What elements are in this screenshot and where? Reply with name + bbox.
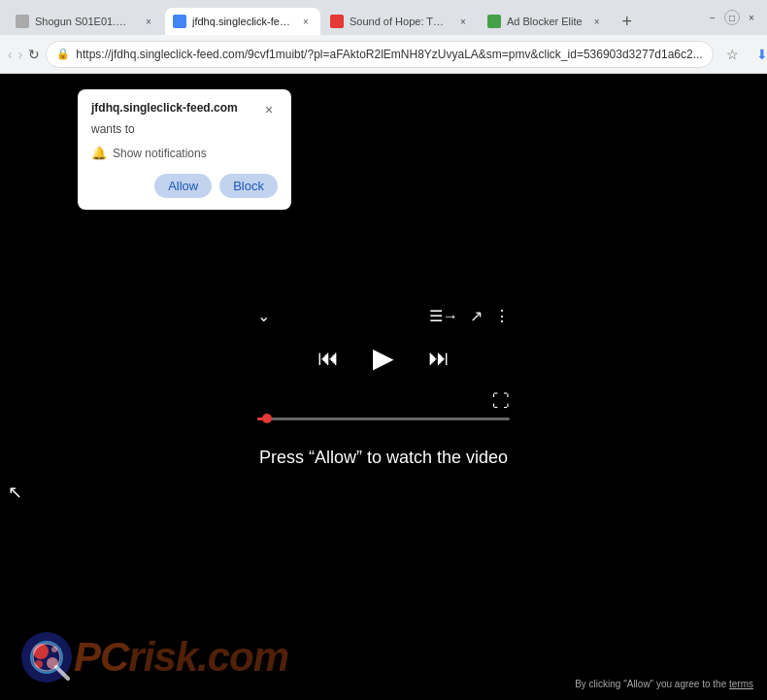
popup-permission-text: Show notifications: [113, 147, 207, 160]
popup-wants-label: wants to: [91, 122, 278, 136]
extensions-icon[interactable]: ⬇: [749, 41, 767, 68]
popup-close-button[interactable]: ×: [260, 101, 278, 118]
disclaimer-text: By clicking "Allow" you agree to the ter…: [569, 676, 759, 692]
playback-controls: ⏮ ▶ ⏭: [317, 337, 450, 380]
previous-button[interactable]: ⏮: [317, 346, 339, 371]
tab-favicon-ad-blocker: [487, 15, 501, 28]
minimize-button[interactable]: −: [705, 10, 720, 25]
video-message: Press “Allow” to watch the video: [259, 448, 508, 468]
popup-site-name: jfdhq.singleclick-feed.com: [91, 101, 238, 115]
toolbar: ‹ › ↻ 🔒 https://jfdhq.singleclick-feed.c…: [0, 35, 767, 74]
popup-permission-row: 🔔 Show notifications: [91, 146, 278, 160]
progress-bar[interactable]: [257, 417, 510, 420]
allow-button[interactable]: Allow: [154, 174, 212, 198]
address-bar[interactable]: 🔒 https://jfdhq.singleclick-feed.com/9cv…: [46, 41, 713, 68]
disclaimer-terms-link[interactable]: terms: [729, 679, 753, 689]
queue-icon[interactable]: ☰→: [429, 307, 458, 325]
video-controls: ⌄ ☰→ ↗ ⋮ ⏮ ▶ ⏭ ⛶: [248, 307, 519, 420]
tab-favicon-shogun: [16, 15, 29, 28]
bookmark-icon[interactable]: ☆: [719, 41, 747, 68]
fullscreen-row: ⛶: [257, 391, 510, 412]
next-button[interactable]: ⏭: [428, 346, 450, 371]
popup-buttons: Allow Block: [91, 174, 278, 198]
tab-label-jfdhq: jfdhq.singleclick-feed.com: [192, 16, 291, 27]
tab-ad-blocker[interactable]: Ad Blocker Elite ×: [480, 8, 612, 35]
refresh-button[interactable]: ↻: [28, 41, 40, 68]
new-tab-button[interactable]: +: [614, 8, 641, 35]
toolbar-icons: ☆ ⬇ 👤 ⋮: [719, 41, 767, 68]
pcrisk-text-label: PCrisk.com: [74, 634, 288, 681]
window-controls: − □ ×: [705, 10, 759, 25]
right-controls: ☰→ ↗ ⋮: [429, 307, 510, 325]
pcrisk-watermark: PCrisk.com: [19, 630, 288, 684]
lock-icon: 🔒: [56, 48, 70, 60]
tab-label-sound-of-hope: Sound of Hope: The Story: [350, 16, 449, 27]
maximize-button[interactable]: □: [724, 10, 740, 25]
bell-icon: 🔔: [91, 146, 107, 160]
pcrisk-prefix: PC: [74, 634, 128, 680]
tab-close-jfdhq[interactable]: ×: [299, 15, 313, 28]
browser-window: Shogun S01E01.mp4 × jfdhq.singleclick-fe…: [0, 0, 767, 700]
tab-sound-of-hope[interactable]: Sound of Hope: The Story ×: [322, 8, 478, 35]
tab-close-shogun[interactable]: ×: [142, 15, 155, 28]
tab-label-shogun: Shogun S01E01.mp4: [35, 16, 134, 27]
fullscreen-icon[interactable]: ⛶: [492, 391, 510, 412]
tab-strip: Shogun S01E01.mp4 × jfdhq.singleclick-fe…: [8, 0, 693, 35]
forward-button[interactable]: ›: [18, 41, 23, 68]
share-icon[interactable]: ↗: [470, 307, 483, 325]
pcrisk-logo: [19, 630, 74, 684]
tab-jfdhq[interactable]: jfdhq.singleclick-feed.com ×: [165, 8, 320, 35]
mouse-cursor: ↖: [8, 482, 22, 503]
play-button[interactable]: ▶: [362, 337, 405, 380]
tab-favicon-sound-of-hope: [330, 15, 344, 28]
title-bar: Shogun S01E01.mp4 × jfdhq.singleclick-fe…: [0, 0, 767, 35]
notification-popup: jfdhq.singleclick-feed.com × wants to 🔔 …: [78, 89, 291, 210]
popup-header: jfdhq.singleclick-feed.com ×: [91, 101, 278, 118]
tab-close-ad-blocker[interactable]: ×: [590, 15, 604, 28]
chevron-down-icon[interactable]: ⌄: [257, 307, 270, 325]
progress-dot: [262, 414, 272, 423]
top-controls: ⌄ ☰→ ↗ ⋮: [257, 307, 510, 325]
progress-area: ⛶: [257, 391, 510, 420]
pcrisk-suffix: risk.com: [128, 634, 288, 680]
tab-close-sound-of-hope[interactable]: ×: [456, 15, 470, 28]
more-options-icon[interactable]: ⋮: [494, 307, 510, 325]
page-content: jfdhq.singleclick-feed.com × wants to 🔔 …: [0, 74, 767, 700]
back-button[interactable]: ‹: [8, 41, 13, 68]
close-button[interactable]: ×: [744, 10, 759, 25]
tab-favicon-jfdhq: [173, 15, 186, 28]
video-area: ⌄ ☰→ ↗ ⋮ ⏮ ▶ ⏭ ⛶: [248, 307, 519, 468]
tab-label-ad-blocker: Ad Blocker Elite: [507, 16, 583, 27]
block-button[interactable]: Block: [219, 174, 278, 198]
address-text: https://jfdhq.singleclick-feed.com/9cvf1…: [76, 48, 702, 61]
tab-shogun[interactable]: Shogun S01E01.mp4 ×: [8, 8, 163, 35]
